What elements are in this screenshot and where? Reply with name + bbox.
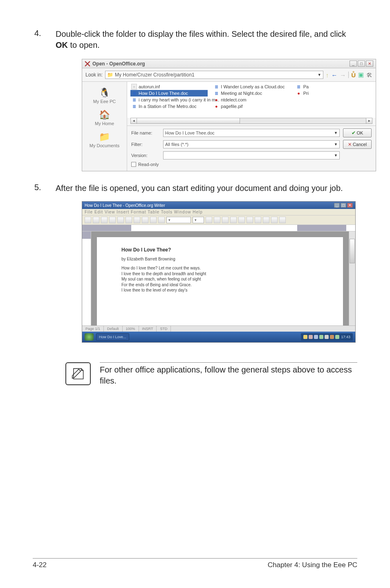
- look-in-label: Look in:: [85, 72, 103, 78]
- tray-icon[interactable]: [335, 335, 339, 339]
- step-4-text-b: to open.: [68, 40, 100, 49]
- file-name: pagefile.pif: [221, 104, 242, 109]
- file-type-icon: ≣: [131, 90, 137, 96]
- place-label: My Home: [83, 121, 126, 126]
- writer-maximize-button[interactable]: □: [341, 203, 346, 208]
- file-item[interactable]: ≣Pa: [295, 83, 372, 90]
- toolbar-icon[interactable]: [222, 217, 229, 223]
- taskbar-item[interactable]: How Do I Love...: [96, 333, 129, 341]
- system-tray[interactable]: 17:43: [301, 333, 353, 341]
- places-item[interactable]: 🏠My Home: [82, 106, 127, 128]
- toolbar-icon[interactable]: [101, 217, 108, 223]
- style-combo[interactable]: ▾: [166, 217, 191, 223]
- places-item[interactable]: 🐧My Eee PC: [82, 84, 127, 106]
- writer-title: How Do I Love Thee - OpenOffice.org Writ…: [85, 203, 165, 208]
- file-name: autorun.inf: [139, 84, 160, 89]
- tray-icon[interactable]: [314, 335, 318, 339]
- font-size-combo[interactable]: ▾: [193, 217, 204, 223]
- writer-v-scrollbar[interactable]: [349, 231, 355, 325]
- file-item[interactable]: ≣Meeting at Night.doc: [213, 90, 290, 97]
- back-icon[interactable]: ←: [331, 72, 337, 79]
- forward-icon[interactable]: →: [340, 72, 346, 79]
- place-label: My Eee PC: [83, 99, 126, 104]
- writer-menubar[interactable]: File Edit View Insert Format Table Tools…: [82, 209, 355, 215]
- scroll-right-button[interactable]: ▸: [366, 118, 372, 123]
- file-item[interactable]: ●pagefile.pif: [213, 103, 290, 110]
- toolbar-icon[interactable]: [85, 217, 91, 223]
- step-4-number: 4.: [33, 29, 56, 51]
- file-name: Pri: [303, 91, 309, 96]
- maximize-button[interactable]: □: [358, 61, 365, 67]
- file-item[interactable]: ▫autorun.inf: [130, 83, 208, 90]
- version-label: Version:: [131, 153, 160, 158]
- readonly-checkbox[interactable]: [131, 162, 136, 167]
- ok-button[interactable]: ✔OK: [343, 128, 372, 137]
- scroll-thumb[interactable]: [137, 118, 240, 123]
- tray-icon[interactable]: [319, 335, 323, 339]
- toolbar-icon[interactable]: [142, 217, 148, 223]
- filename-dropdown-icon: ▼: [334, 131, 338, 135]
- doc-byline: by Elizabeth Barrett Browning: [121, 257, 318, 261]
- version-combo[interactable]: ▼: [163, 151, 340, 159]
- places-item[interactable]: 📁My Documents: [82, 128, 127, 150]
- writer-minimize-button[interactable]: _: [334, 203, 340, 208]
- readonly-checkbox-row[interactable]: Read-only: [131, 162, 372, 167]
- look-in-combo[interactable]: 📁My Home/Cruzer Crossfire/partition1 ▼: [105, 71, 323, 79]
- filename-label: File name:: [131, 130, 160, 135]
- toolbar-icon[interactable]: [279, 217, 286, 223]
- minimize-button[interactable]: _: [350, 61, 357, 67]
- toolbar-icon[interactable]: [109, 217, 116, 223]
- file-item[interactable]: ●Pri: [295, 90, 372, 97]
- toolbar-icon[interactable]: [238, 217, 245, 223]
- tray-icon[interactable]: [325, 335, 329, 339]
- status-style: Default: [104, 326, 123, 332]
- toolbar-icon[interactable]: [150, 217, 157, 223]
- version-dropdown-icon: ▼: [334, 153, 338, 157]
- filename-input[interactable]: How Do I Love Thee.doc▼: [163, 129, 340, 137]
- toolbar-icon[interactable]: [247, 217, 253, 223]
- start-button[interactable]: [85, 333, 94, 341]
- home-icon[interactable]: Ů: [351, 72, 356, 79]
- file-item[interactable]: ≣In a Station of The Metro.doc: [130, 103, 208, 110]
- toolbar-icon[interactable]: [271, 217, 278, 223]
- toolbar-icon[interactable]: [263, 217, 269, 223]
- scroll-left-button[interactable]: ◂: [131, 118, 137, 123]
- toolbar-icon[interactable]: [214, 217, 220, 223]
- close-button[interactable]: ✕: [366, 61, 373, 67]
- toolbar-icon[interactable]: [206, 217, 212, 223]
- file-name: How Do I Love Thee.doc: [139, 91, 188, 96]
- toolbar-icon[interactable]: [134, 217, 140, 223]
- app-x-icon: [85, 61, 90, 67]
- toolbar-icon[interactable]: [230, 217, 237, 223]
- taskbar: How Do I Love... 17:43: [82, 332, 355, 342]
- toolbar-icon[interactable]: [158, 217, 165, 223]
- writer-close-button[interactable]: ✕: [347, 203, 353, 208]
- file-type-icon: ≣: [213, 84, 219, 90]
- file-list[interactable]: ▫autorun.inf≣How Do I Love Thee.doc≣i ca…: [127, 82, 376, 118]
- file-item[interactable]: ●ntdelect.com: [213, 97, 290, 103]
- tray-icon[interactable]: [303, 335, 307, 339]
- tray-icon[interactable]: [330, 335, 334, 339]
- cancel-button[interactable]: ✕Cancel: [343, 140, 372, 149]
- note-icon: [65, 362, 91, 385]
- file-type-icon: ▫: [131, 84, 137, 90]
- file-type-icon: ≣: [131, 103, 137, 109]
- new-folder-icon[interactable]: ▣: [358, 71, 364, 79]
- toolbar-icon[interactable]: [126, 217, 132, 223]
- x-icon: ✕: [348, 142, 352, 147]
- tray-icon[interactable]: [309, 335, 313, 339]
- file-type-icon: ≣: [131, 97, 137, 103]
- file-item[interactable]: ≣i carry my heart with you (i carry it i…: [130, 97, 208, 103]
- toolbar-icon[interactable]: [117, 217, 124, 223]
- file-item[interactable]: ≣I Wander Lonely as a Cloud.doc: [213, 83, 290, 90]
- file-item[interactable]: ≣How Do I Love Thee.doc: [130, 90, 208, 97]
- filter-combo[interactable]: All files (*.*)▼: [163, 140, 340, 148]
- toolbar-icon[interactable]: [93, 217, 99, 223]
- writer-page[interactable]: How Do I Love Thee? by Elizabeth Barrett…: [97, 237, 343, 325]
- file-list-h-scrollbar[interactable]: ◂ ▸: [130, 118, 372, 124]
- tools-icon[interactable]: 🛠: [366, 72, 372, 79]
- v-scroll-thumb[interactable]: [350, 239, 355, 263]
- toolbar-icon[interactable]: [255, 217, 261, 223]
- up-one-level-icon[interactable]: ↑: [326, 72, 329, 79]
- open-dialog-titlebar: Open - OpenOffice.org _ □ ✕: [82, 59, 376, 68]
